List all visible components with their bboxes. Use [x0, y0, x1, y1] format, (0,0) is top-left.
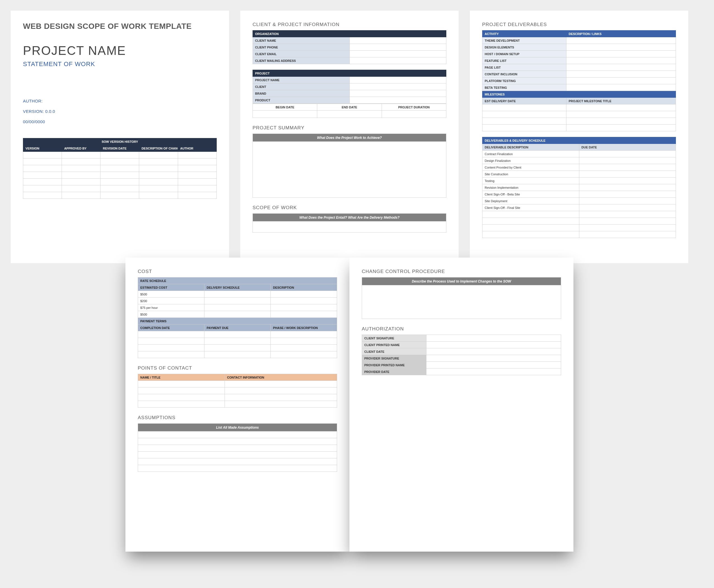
table-row[interactable] — [138, 387, 337, 394]
act-beta: BETA TESTING — [482, 84, 566, 91]
table-row[interactable] — [23, 178, 217, 185]
table-row[interactable]: CLIENT NAME — [253, 37, 446, 44]
table-row[interactable] — [23, 185, 217, 192]
table-row[interactable] — [482, 125, 676, 131]
table-row[interactable]: CLIENT PHONE — [253, 44, 446, 51]
sched-signoff-beta: Client Sign-Off - Beta Site — [482, 191, 579, 198]
table-row[interactable]: CLIENT PRINTED NAME — [362, 342, 561, 348]
page-2-client-project: CLIENT & PROJECT INFORMATION ORGANIZATIO… — [240, 10, 459, 263]
table-row[interactable]: HOST / DOMAIN SETUP — [482, 51, 676, 57]
table-row[interactable]: PLATFORM TESTING — [482, 78, 676, 84]
table-row[interactable]: $500 — [138, 311, 337, 318]
table-row[interactable]: CONTENT INCLUSION — [482, 71, 676, 78]
table-row[interactable]: Contract Finalization — [482, 151, 676, 158]
table-row[interactable]: $75 per hour — [138, 304, 337, 311]
table-row[interactable]: PROVIDER SIGNATURE — [362, 355, 561, 362]
table-row[interactable] — [23, 165, 217, 172]
project-name: PROJECT NAME — [23, 44, 217, 58]
page-3-deliverables: PROJECT DELIVERABLES ACTIVITY DESCRIPTIO… — [470, 10, 688, 263]
table-row[interactable]: PROJECT NAME — [253, 77, 446, 83]
table-row[interactable]: CLIENT — [253, 83, 446, 90]
table-row[interactable]: Site Construction — [482, 171, 676, 177]
change-textarea[interactable] — [362, 285, 561, 319]
table-row[interactable] — [23, 192, 217, 199]
milestones-header: MILESTONES — [482, 91, 676, 98]
lbl-proj-product: PRODUCT — [253, 97, 350, 104]
table-row[interactable]: CLIENT DATE — [362, 348, 561, 355]
table-row[interactable] — [482, 118, 676, 125]
table-row[interactable]: Design Finalization — [482, 158, 676, 164]
table-row[interactable] — [138, 351, 337, 358]
table-row[interactable] — [138, 432, 337, 438]
table-row[interactable] — [482, 231, 676, 238]
version-history-title: SOW VERSION HISTORY — [23, 138, 217, 145]
table-row[interactable]: THEME DEVELOPMENT — [482, 37, 676, 44]
table-row[interactable]: PAGE LIST — [482, 64, 676, 71]
col-est-cost: ESTIMATED COST — [138, 284, 204, 291]
table-row[interactable] — [482, 104, 676, 111]
summary-textarea[interactable] — [253, 142, 446, 198]
table-row[interactable] — [482, 111, 676, 118]
lbl-proj-brand: BRAND — [253, 90, 350, 97]
table-row[interactable]: BRAND — [253, 90, 446, 97]
lbl-client-sig: CLIENT SIGNATURE — [362, 335, 426, 342]
table-row[interactable] — [138, 331, 337, 338]
table-row[interactable] — [253, 111, 446, 118]
vh-col-approved: APPROVED BY — [62, 145, 101, 152]
table-row[interactable]: DESIGN ELEMENTS — [482, 44, 676, 51]
table-row[interactable] — [138, 451, 337, 458]
table-row[interactable] — [138, 438, 337, 445]
section-change-control: CHANGE CONTROL PROCEDURE — [362, 269, 561, 274]
table-row[interactable] — [138, 401, 337, 408]
table-row[interactable] — [482, 225, 676, 231]
table-row[interactable]: Revision Implementation — [482, 184, 676, 191]
table-row[interactable]: Client Sign-Off - Final Site — [482, 204, 676, 211]
rate-75: $75 per hour — [138, 304, 204, 311]
org-header: ORGANIZATION — [253, 30, 446, 37]
table-row[interactable]: CLIENT MAILING ADDRESS — [253, 57, 446, 64]
table-row[interactable] — [482, 211, 676, 218]
change-control-box: Describe the Process Used to Implement C… — [362, 277, 561, 319]
table-row[interactable]: FEATURE LIST — [482, 57, 676, 64]
table-row[interactable] — [138, 445, 337, 451]
table-row[interactable] — [23, 159, 217, 165]
table-row[interactable] — [23, 152, 217, 159]
table-row[interactable] — [482, 218, 676, 225]
section-deliverables: PROJECT DELIVERABLES — [482, 22, 676, 27]
table-row[interactable]: Testing — [482, 177, 676, 184]
sched-content: Content Provided by Client — [482, 164, 579, 171]
lbl-prov-sig: PROVIDER SIGNATURE — [362, 355, 426, 362]
table-row[interactable] — [138, 381, 337, 387]
table-row[interactable]: $200 — [138, 298, 337, 304]
activity-table: ACTIVITY DESCRIPTION / LINKS THEME DEVEL… — [482, 30, 676, 131]
table-row[interactable]: BETA TESTING — [482, 84, 676, 91]
lbl-prov-name: PROVIDER PRINTED NAME — [362, 362, 426, 369]
table-row[interactable]: Content Provided by Client — [482, 164, 676, 171]
table-row[interactable] — [138, 465, 337, 472]
table-row[interactable] — [138, 458, 337, 465]
table-row[interactable] — [138, 338, 337, 345]
col-pay-due: PAYMENT DUE — [204, 324, 271, 331]
table-row[interactable]: PRODUCT — [253, 97, 446, 104]
scope-textarea[interactable] — [253, 222, 446, 233]
proj-header: PROJECT — [253, 70, 446, 77]
version-label: VERSION: 0.0.0 — [23, 109, 217, 114]
col-duration: PROJECT DURATION — [382, 104, 446, 111]
table-row[interactable]: PROVIDER PRINTED NAME — [362, 362, 561, 369]
act-feature: FEATURE LIST — [482, 57, 566, 64]
section-authorization: AUTHORIZATION — [362, 326, 561, 332]
table-row[interactable]: Site Deployment — [482, 198, 676, 204]
template-title: WEB DESIGN SCOPE OF WORK TEMPLATE — [23, 22, 217, 31]
sched-signoff-final: Client Sign-Off - Final Site — [482, 204, 579, 211]
lbl-client-email: CLIENT EMAIL — [253, 51, 350, 57]
table-row[interactable]: PROVIDER DATE — [362, 369, 561, 375]
table-row[interactable]: Client Sign-Off - Beta Site — [482, 191, 676, 198]
table-row[interactable]: $500 — [138, 291, 337, 298]
table-row[interactable] — [138, 345, 337, 351]
table-row[interactable]: CLIENT EMAIL — [253, 51, 446, 57]
table-row[interactable]: CLIENT SIGNATURE — [362, 335, 561, 342]
author-label: AUTHOR: — [23, 99, 217, 103]
scope-box: What Does the Project Entail? What Are t… — [253, 213, 446, 233]
table-row[interactable] — [23, 172, 217, 178]
table-row[interactable] — [138, 394, 337, 401]
